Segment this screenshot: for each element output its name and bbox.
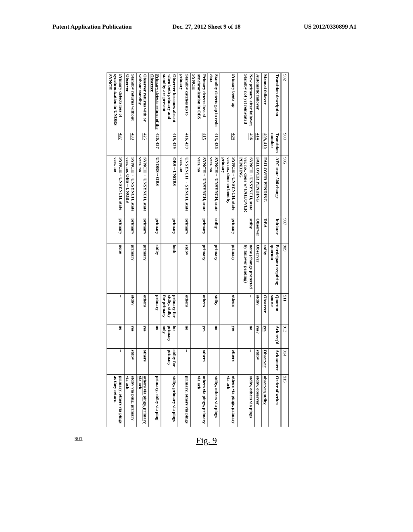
col-number-row: 902 903 905 907 909 911 913 914 915 [281, 73, 289, 427]
figure-container: 902 903 905 907 909 911 913 914 915 Tran… [69, 69, 327, 431]
cell-tn: 404 [220, 132, 237, 156]
cell-tn: 425 [136, 132, 148, 156]
cell-ack: yes [220, 324, 237, 348]
col-header: Quorum source [269, 293, 281, 324]
cell-init: primary [161, 217, 178, 243]
cell-ord: stdby via ping, primary via ack [124, 374, 136, 427]
cell-ack: yes [262, 324, 269, 348]
cell-ack: yes [136, 324, 148, 348]
cell-part: none [107, 243, 124, 294]
col-header: Order of writes [269, 374, 281, 427]
table-row: Primary detects loss of synchronization … [190, 73, 208, 427]
cell-part: none (change protected by failover pendi… [237, 243, 254, 294]
figure-label: Fig. 9 [196, 435, 217, 446]
cell-init: primary [107, 217, 124, 243]
cell-quo: Observer [262, 293, 269, 324]
page-header: Patent Application Publication Dec. 27, … [0, 23, 413, 33]
cell-ack: no [107, 324, 124, 348]
cell-init: primary [124, 217, 136, 243]
cell-ord: stdby, others via pings [208, 374, 220, 427]
cell-quo: – [107, 293, 124, 324]
table-row: Primary detects loss of synchronization … [107, 73, 124, 427]
cell-ord: primary, stdby via ping [148, 374, 161, 427]
cell-quo: – [237, 293, 254, 324]
cell-d: Standby returns without Observer [124, 73, 136, 132]
cell-afc: SYNCH→UNSYNCH, state ver. no., done on b… [220, 156, 237, 217]
col-header: Ack req'd [269, 324, 281, 348]
cell-quo: primary for stdby, stdby for primary [161, 293, 178, 324]
cell-afc: FAILOVER PENDING [262, 156, 269, 217]
cell-src: others [220, 348, 237, 374]
col-header: Transition number [269, 132, 281, 156]
col-header: Initiator [269, 217, 281, 243]
cell-quo: primary [148, 293, 161, 324]
cell-tn: 406 [237, 132, 254, 156]
cell-init: primary [220, 217, 237, 243]
cell-part: primary [124, 243, 136, 294]
cell-src: stdby for primary [161, 348, 178, 374]
cell-part: stdby [178, 243, 190, 294]
cell-quo: others [136, 293, 148, 324]
cell-tn: 415 [190, 132, 208, 156]
cell-tn: 416, 439 [178, 132, 190, 156]
cell-tn: 413, 436 [208, 132, 220, 156]
cell-src: – [208, 348, 220, 374]
cell-d: Observer becomes absent when both primar… [161, 73, 178, 132]
cell-d: Standby catches up to primary [178, 73, 190, 132]
cell-src: – [107, 348, 124, 374]
cell-afc: FAILOVER PENDING [254, 156, 262, 217]
cell-ack: no [148, 324, 161, 348]
table-header-row: Transition description Transition number… [269, 73, 281, 427]
table-row: Standby returns without Observer433SYNCH… [124, 73, 136, 427]
cell-d: Primary detects loss of synchronization … [190, 73, 208, 132]
col-header: Transition description [269, 73, 281, 132]
cell-part: primary [190, 243, 208, 294]
cell-afc: SYNCH→UNSYNCH, state vers. no [107, 156, 124, 217]
cell-ack: no [237, 324, 254, 348]
cell-init: primary [178, 217, 190, 243]
cell-afc: UNSYNCH→ SYNCH, state vers. no [178, 156, 190, 217]
cell-tn: 414 [254, 132, 262, 156]
cell-d: Standby detects gap in redo data [208, 73, 220, 132]
cell-init: Observer [254, 217, 262, 243]
table-row: Primary detects return of the Observer42… [148, 73, 161, 427]
col-header: Participant requiring quorum [269, 243, 281, 294]
cell-afc: UNOBS→OBS [148, 156, 161, 217]
header-left: Patent Application Publication [52, 23, 132, 30]
cell-part: primary [220, 243, 237, 294]
cell-afc: SYNCH→ UNSYNCH, state vers. no [190, 156, 208, 217]
cell-quo: others [220, 293, 237, 324]
header-mid: Dec. 27, 2012 Sheet 9 of 18 [172, 23, 240, 30]
col-header: AFC state 506 change [269, 156, 281, 217]
cell-afc: SYNCH→ UNSYNCH, state vers. no [136, 156, 148, 217]
table-row: Primary boots up404SYNCH→UNSYNCH, state … [220, 73, 237, 427]
cell-init: primary [190, 217, 208, 243]
cell-tn: 433 [124, 132, 136, 156]
cell-part: primary [208, 243, 220, 294]
cell-ack: yes [190, 324, 208, 348]
cell-init: primary [136, 217, 148, 243]
cell-d: Observer returns with or without standby [136, 73, 148, 132]
cell-init: stdby [208, 217, 220, 243]
table-row: Manual failover409, 410FAILOVER PENDINGD… [262, 73, 269, 427]
cell-d: Primary boots up [220, 73, 237, 132]
cell-src: – [178, 348, 190, 374]
cell-ord: observer, stdby [262, 374, 269, 427]
cell-part: stdby [262, 243, 269, 294]
cell-afc: SYNCH→ UNSYNCH, state vers. no, OBS→UNOB… [124, 156, 136, 217]
cell-ord: others via pings, primary via ack [190, 374, 208, 427]
cell-src: stdby [124, 348, 136, 374]
cell-d: Automatic failover [254, 73, 262, 132]
cell-tn: 409, 410 [262, 132, 269, 156]
cell-part: stdby [148, 243, 161, 294]
cell-quo: stdby [208, 293, 220, 324]
cell-src: stdby [254, 348, 262, 374]
cell-part: primary [136, 243, 148, 294]
table-row: Observer becomes absent when both primar… [161, 73, 178, 427]
cell-tn: 437 [107, 132, 124, 156]
cell-ack: yes [124, 324, 136, 348]
rotated-figure: 902 903 905 907 909 911 913 914 915 Tran… [106, 73, 288, 427]
cell-d: New primary after failover; Standby not … [237, 73, 254, 132]
cell-d: Manual failover [262, 73, 269, 132]
cell-quo: others [178, 293, 190, 324]
